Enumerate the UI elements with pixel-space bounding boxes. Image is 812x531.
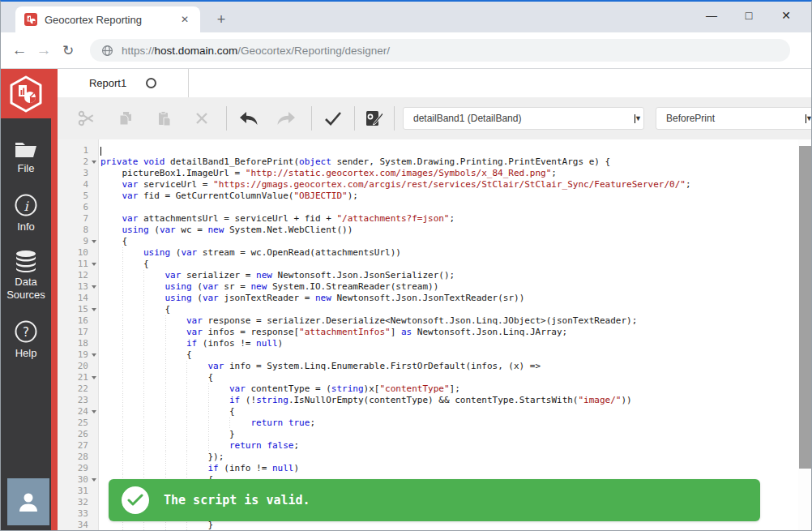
code-line[interactable]: }); [100,452,798,463]
window-minimize-button[interactable]: — [693,2,730,29]
fold-marker-icon[interactable] [92,308,96,311]
report-tab[interactable]: Report1 [58,69,189,97]
line-number: 10 [78,247,88,259]
code-line[interactable]: var response = serializer.Deserialize<Ne… [100,315,798,327]
code-line[interactable]: if (infos != null) [100,338,798,349]
line-number: 23 [78,395,88,406]
sidebar-item-data-sources[interactable]: Data Sources [1,250,51,302]
url-path: /Geocortex/Reporting/designer/ [237,45,390,57]
line-number: 8 [83,225,88,236]
window-maximize-button[interactable]: □ [730,2,767,29]
forward-icon[interactable]: → [32,41,56,59]
code-lines[interactable]: private void detailBand1_BeforePrint(obj… [99,139,798,530]
edit-script-icon[interactable] [363,109,386,128]
sidebar-item-help[interactable]: ? Help [1,319,51,360]
line-number: 5 [83,191,88,202]
code-line[interactable]: return false; [100,440,798,452]
code-line[interactable]: private void detailBand1_BeforePrint(obj… [100,156,798,168]
line-number: 29 [78,463,88,474]
code-line[interactable]: { [100,372,798,383]
sidebar-item-file[interactable]: File [1,139,51,175]
code-line[interactable]: { [100,236,798,247]
line-number: 4 [83,179,88,191]
sidebar-item-label: Data Sources [1,276,51,302]
fold-marker-icon[interactable] [92,353,96,357]
undo-icon[interactable] [237,109,261,128]
band-selector-value: detailBand1 (DetailBand) [413,113,628,124]
script-editor: 1234567891011121314151617181920212223242… [58,139,811,530]
copy-icon[interactable] [116,109,135,128]
svg-text:?: ? [23,325,29,340]
code-line[interactable]: if (info != null) [100,463,798,474]
code-line[interactable]: using (var stream = wc.OpenRead(attachme… [100,247,798,259]
validation-toast-text: The script is valid. [164,493,310,507]
fold-marker-icon[interactable] [92,240,96,243]
browser-tab[interactable]: Geocortex Reporting ✕ [15,6,200,32]
code-line[interactable]: { [100,304,798,315]
reload-icon[interactable]: ↻ [56,42,80,59]
window-close-button[interactable]: ✕ [767,2,805,29]
line-number: 33 [78,508,88,520]
fold-marker-icon[interactable] [92,161,96,164]
line-number: 7 [83,213,88,225]
user-icon [15,489,41,515]
editor-scrollbar[interactable] [798,139,811,530]
line-number: 34 [78,520,88,530]
code-line[interactable]: using (var jsonTextReader = new Newtonso… [100,293,798,304]
site-info-globe-icon[interactable] [101,45,113,57]
scrollbar-thumb[interactable] [799,146,811,469]
validate-icon[interactable] [322,109,344,128]
code-line[interactable]: var attachmentsUrl = serviceUrl + fid + … [100,213,798,225]
sidebar-item-info[interactable]: i Info [1,193,51,233]
code-line[interactable] [100,202,798,213]
line-number: 24 [78,406,88,418]
code-line[interactable]: using (var sr = new System.IO.StreamRead… [100,281,798,293]
fold-marker-icon[interactable] [92,263,96,266]
report-tab-label: Report1 [89,77,126,89]
event-selector-dropdown[interactable]: BeforePrint ▼ [656,107,812,130]
code-line[interactable]: var serviceUrl = "https://gmags.geocorte… [100,179,798,191]
line-number: 14 [78,293,88,304]
document-tabstrip: Report1 [58,69,811,97]
new-tab-button[interactable]: + [212,11,231,30]
code-line[interactable]: } [100,429,798,440]
fold-marker-icon[interactable] [92,478,96,482]
code-line[interactable]: using (var wc = new System.Net.WebClient… [100,225,798,236]
paste-icon[interactable] [155,109,174,128]
line-number: 18 [78,338,88,349]
sidebar-item-label: File [1,162,51,175]
code-line[interactable]: var serializer = new Newtonsoft.Json.Jso… [100,270,798,281]
url-bar[interactable]: https://host.domain.com/Geocortex/Report… [90,39,790,62]
code-line[interactable]: var contentType = (string)x["contentType… [100,383,798,395]
code-line[interactable]: var fid = GetCurrentColumnValue("OBJECTI… [100,191,798,202]
band-selector-dropdown[interactable]: detailBand1 (DetailBand) ▼ [403,107,644,130]
code-line[interactable]: var info = System.Linq.Enumerable.FirstO… [100,361,798,372]
code-line[interactable]: { [100,349,798,361]
chevron-down-icon: ▼ [806,114,806,123]
code-line[interactable]: if (!string.IsNullOrEmpty(contentType) &… [100,395,798,406]
back-icon[interactable]: ← [7,41,32,59]
code-line[interactable]: var infos = response["attachmentInfos"] … [100,327,798,338]
code-line[interactable]: pictureBox1.ImageUrl = "http://static.ge… [100,168,798,179]
script-toolbar: detailBand1 (DetailBand) ▼ BeforePrint ▼ [58,97,811,139]
fold-marker-icon[interactable] [92,285,96,289]
browser-navbar: ← → ↻ https://host.domain.com/Geocortex/… [1,32,811,69]
url-scheme: https:// [122,45,155,57]
tab-close-icon[interactable]: ✕ [177,12,192,27]
line-number: 26 [78,429,88,440]
code-line[interactable]: { [100,406,798,418]
line-number: 28 [78,452,88,463]
code-line[interactable] [100,145,798,156]
code-line[interactable]: return true; [100,418,798,429]
cut-icon[interactable] [77,109,96,128]
line-number: 1 [83,145,88,156]
redo-icon[interactable] [274,109,298,128]
fold-marker-icon[interactable] [92,410,96,413]
code-line[interactable]: { [100,259,798,270]
fold-marker-icon[interactable] [92,376,96,379]
user-avatar-button[interactable] [7,478,49,525]
line-number: 30 [78,474,88,486]
delete-icon[interactable] [192,109,212,128]
sidebar-accent-stripe [51,69,58,530]
validation-toast: The script is valid. [109,479,760,521]
